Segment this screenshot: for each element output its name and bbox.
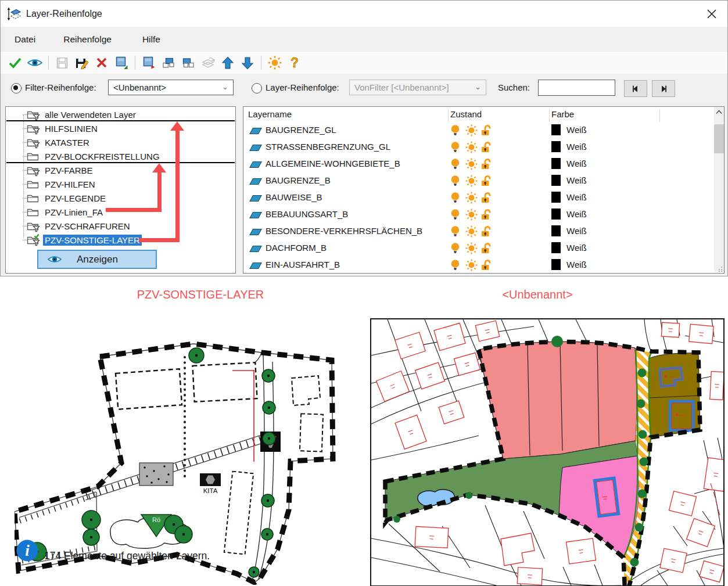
col-zustand[interactable]: Zustand [450,109,482,119]
table-row[interactable]: ALLGEMEINE-WOHNGEBIETE_BWeiß [243,156,713,172]
layer-name: EIN-AUSFAHRT_B [266,260,340,269]
resize-grip[interactable] [717,266,723,272]
tree-item-pzv-sonstige-layer[interactable]: PZV-SONSTIGE-LAYER [27,233,142,247]
folder-icon [27,192,40,204]
table-row[interactable]: BEBAUUNGSART_BWeiß [243,206,713,223]
new-filter-button[interactable] [114,55,129,70]
color-swatch[interactable] [551,124,561,135]
save-as-button[interactable] [74,55,89,70]
bulb-on-icon[interactable] [450,242,460,254]
help-button[interactable]: ? [287,55,302,70]
layer-name: STRASSENBEGRENZUNG_GL [266,142,390,152]
table-row[interactable]: BAUGRENZE_GLWeiß [243,122,713,139]
sun-on-icon[interactable] [465,141,478,153]
vertical-scrollbar[interactable] [714,107,724,272]
layers-disabled-button[interactable] [200,55,216,70]
sun-on-icon[interactable] [465,259,478,271]
sun-brightness-button[interactable] [267,55,282,70]
tree-item-pzv-blockfreistellung[interactable]: PZV-BLOCKFREISTELLUNG [27,149,162,163]
bulb-on-icon[interactable] [450,225,460,238]
filter-order-select[interactable]: <Unbenannt> ⌄ [108,80,234,95]
color-swatch[interactable] [551,175,561,186]
filter-order-radio[interactable] [11,83,21,94]
tree-item-pzv-legende[interactable]: PZV-LEGENDE [27,191,107,205]
bulb-on-icon[interactable] [450,158,460,170]
color-swatch[interactable] [551,225,561,236]
visibility-eye-button[interactable] [27,55,42,70]
lock-open-icon[interactable] [480,259,492,271]
lock-open-icon[interactable] [480,208,492,221]
layer-order-select-disabled[interactable]: VonFilter [<Unbenannt>] ⌄ [349,80,486,95]
apply-check-button[interactable] [8,55,23,70]
search-next-button[interactable] [652,80,675,97]
tree-item-alle-verwendeten-layer[interactable]: alle Verwendeten Layer [27,107,138,121]
tree-item-kataster[interactable]: KATASTER [27,135,91,149]
table-row[interactable]: BAUWEISE_BWeiß [243,189,713,206]
color-label: Weiß [566,142,587,152]
bulb-on-icon[interactable] [450,208,460,221]
bulb-on-icon[interactable] [450,141,460,153]
folder-icon [27,150,40,163]
menu-reihenfolge[interactable]: Reihenfolge [61,34,114,45]
col-farbe[interactable]: Farbe [551,109,574,119]
move-up-button[interactable] [220,55,235,70]
bulb-on-icon[interactable] [450,192,460,204]
filter-order-label: Filter-Reihenfolge: [25,82,96,92]
delete-button[interactable] [94,55,109,70]
search-input[interactable] [538,80,615,96]
send-backward-button[interactable] [181,55,196,70]
save-button-disabled[interactable] [55,55,70,70]
search-prev-button[interactable] [624,80,647,97]
table-row[interactable]: EIN-AUSFAHRT_BWeiß [243,257,713,274]
table-row[interactable]: DACHFORM_BWeiß [243,240,713,257]
color-label: Weiß [566,175,587,185]
lock-open-icon[interactable] [480,192,492,204]
sun-on-icon[interactable] [465,208,478,221]
chevron-down-icon: ⌄ [222,82,228,91]
scroll-up-icon[interactable] [716,110,722,114]
sun-on-icon[interactable] [465,225,478,238]
menu-hilfe[interactable]: Hilfe [140,34,163,45]
table-row[interactable]: STRASSENBEGRENZUNG_GLWeiß [243,139,713,156]
lock-open-icon[interactable] [480,158,492,170]
menu-datei[interactable]: Datei [12,34,38,45]
bulb-on-icon[interactable] [450,124,460,136]
tree-item-pzv-hilfen[interactable]: PZV-HILFEN [27,177,97,191]
anzeigen-button[interactable]: Anzeigen [37,250,157,269]
bulb-on-icon[interactable] [450,259,460,271]
layer-order-radio[interactable] [252,83,262,94]
info-icon: i [16,540,38,562]
table-row[interactable]: BAUGRENZE_BWeiß [243,172,713,189]
scrollbar-thumb[interactable] [714,124,724,153]
sun-on-icon[interactable] [465,242,478,254]
color-swatch[interactable] [551,158,561,169]
tree-item-hilfslinien[interactable]: HILFSLINIEN [27,121,99,135]
bring-forward-button[interactable] [161,55,176,70]
lock-open-icon[interactable] [480,242,492,254]
move-down-button[interactable] [240,55,255,70]
sun-on-icon[interactable] [465,124,478,136]
lock-open-icon[interactable] [480,124,492,136]
sun-on-icon[interactable] [465,158,478,170]
color-swatch[interactable] [551,208,561,220]
sun-on-icon[interactable] [465,192,478,204]
folder-icon [27,178,40,190]
filter-folder-icon [27,122,40,135]
close-icon[interactable] [705,8,718,20]
color-swatch[interactable] [551,141,561,152]
lock-open-icon[interactable] [480,141,492,153]
color-swatch[interactable] [551,242,561,253]
color-swatch[interactable] [551,192,561,203]
bulb-on-icon[interactable] [450,175,460,187]
lock-open-icon[interactable] [480,175,492,187]
zone-residential-salmon [479,341,637,459]
sun-on-icon[interactable] [465,175,478,187]
lock-open-icon[interactable] [480,225,492,238]
table-row[interactable]: BESONDERE-VERKEHRSFLÄCHEN_BWeiß [243,223,713,240]
col-layername[interactable]: Layername [248,109,292,119]
tree-item-pzv-schraffuren[interactable]: PZV-SCHRAFFUREN [27,219,132,233]
tree-item-pzv-farbe[interactable]: PZV-FARBE [27,163,95,177]
insert-filter-button[interactable] [141,55,156,70]
color-swatch[interactable] [551,259,561,270]
tree-item-pzv-linien-fa[interactable]: PZV-Linien_FA [27,205,105,219]
